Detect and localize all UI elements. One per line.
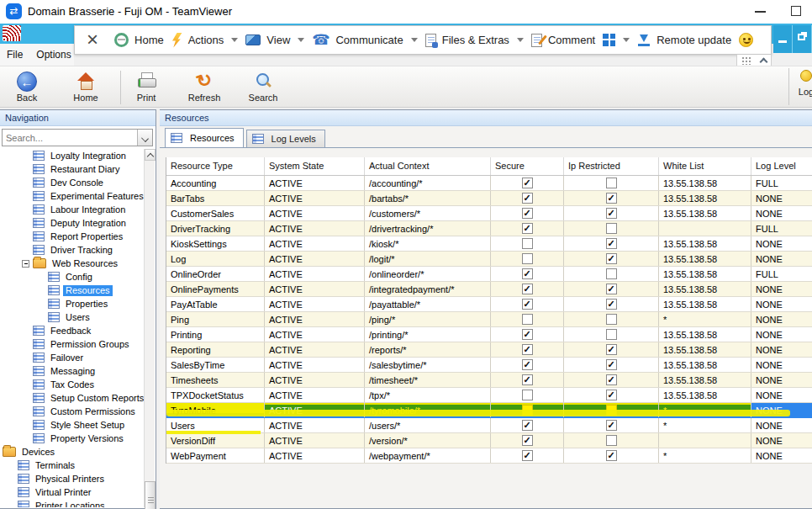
ip-restricted-checkbox[interactable] (606, 314, 617, 325)
tree-scrollbar[interactable] (144, 149, 155, 507)
table-row[interactable]: Reporting ACTIVE /reports/* 13.55.138.58… (166, 342, 812, 358)
secure-checkbox[interactable] (522, 450, 533, 461)
secure-checkbox[interactable] (522, 314, 533, 325)
secure-checkbox[interactable] (522, 359, 533, 370)
tree-item[interactable]: Feedback (1, 324, 145, 337)
table-row[interactable]: Printing ACTIVE /printing/* 13.55.138.58… (166, 327, 812, 342)
table-row[interactable]: CustomerSales ACTIVE /customers/* 13.55.… (166, 206, 812, 221)
secure-checkbox[interactable] (522, 344, 533, 355)
refresh-button[interactable]: ↻ Refresh (182, 70, 226, 105)
table-row[interactable]: Log ACTIVE /logit/* 13.55.138.58 NONE (166, 252, 812, 267)
menu-options[interactable]: Options (36, 49, 71, 61)
secure-checkbox[interactable] (522, 238, 533, 249)
column-header-white-list[interactable]: White List (659, 157, 751, 175)
tv-remote-update-button[interactable]: Remote update (637, 34, 731, 47)
feedback-smiley-icon[interactable] (739, 33, 753, 47)
table-row[interactable]: Ping ACTIVE /ping/* * NONE (166, 312, 812, 327)
secure-checkbox[interactable] (522, 420, 533, 431)
ip-restricted-checkbox[interactable] (606, 420, 617, 431)
tv-actions-button[interactable]: Actions (171, 33, 239, 48)
scroll-up-button[interactable] (145, 149, 156, 161)
ip-restricted-checkbox[interactable] (606, 329, 617, 340)
tree-item[interactable]: Style Sheet Setup (1, 418, 145, 432)
tree-item[interactable]: Setup Custom Reports (1, 391, 145, 405)
tree-item[interactable]: Experimental Features (1, 189, 145, 203)
search-dropdown-button[interactable] (137, 130, 152, 146)
tv-restore-button[interactable] (793, 25, 812, 53)
ip-restricted-checkbox[interactable] (606, 284, 617, 294)
table-row[interactable]: DriverTracking ACTIVE /drivertracking/* … (166, 221, 812, 236)
tree-item[interactable]: Properties (1, 297, 145, 310)
ip-restricted-checkbox[interactable] (606, 223, 617, 234)
search-button[interactable]: Search (241, 70, 285, 105)
secure-checkbox[interactable] (522, 223, 533, 234)
tree-item[interactable]: Loyalty Integration (1, 149, 145, 162)
ip-restricted-checkbox[interactable] (606, 193, 617, 204)
column-header-resource-type[interactable]: Resource Type (166, 157, 265, 175)
secure-checkbox[interactable] (522, 284, 533, 294)
window-maximize-button[interactable] (791, 6, 801, 16)
tree-item[interactable]: Dev Console (1, 176, 145, 189)
tree-item[interactable]: Failover (1, 351, 145, 364)
tree-item[interactable]: Resources (1, 284, 145, 297)
ip-restricted-checkbox[interactable] (606, 299, 617, 310)
table-row[interactable]: KioskSettings ACTIVE /kiosk/* 13.55.138.… (166, 236, 812, 252)
ip-restricted-checkbox[interactable] (606, 208, 617, 219)
table-row[interactable]: OnlinePayments ACTIVE /integratedpayment… (166, 282, 812, 297)
tab-log-levels[interactable]: Log Levels (246, 130, 325, 147)
tv-comment-button[interactable]: Comment (531, 34, 595, 47)
search-input[interactable] (3, 130, 137, 146)
table-row[interactable]: Timesheets ACTIVE /timesheet/* 13.55.138… (166, 373, 812, 388)
ip-restricted-checkbox[interactable] (606, 178, 617, 188)
tree-item[interactable]: Messaging (1, 364, 145, 378)
ip-restricted-checkbox[interactable] (606, 450, 617, 461)
tv-home-button[interactable]: Home (114, 33, 164, 47)
menu-file[interactable]: File (7, 49, 23, 61)
ip-restricted-checkbox[interactable] (606, 253, 617, 264)
tree-item[interactable]: Virtual Printer (1, 485, 145, 499)
table-row[interactable]: SalesByTime ACTIVE /salesbytime/* 13.55.… (166, 358, 812, 373)
secure-checkbox[interactable] (522, 178, 533, 188)
ip-restricted-checkbox[interactable] (606, 359, 617, 370)
secure-checkbox[interactable] (522, 299, 533, 310)
log-button[interactable]: Log (794, 70, 812, 103)
collapse-minus-icon[interactable] (22, 260, 29, 268)
tree-item[interactable]: Labour Integration (1, 203, 145, 216)
tree-item[interactable]: Printer Locations (1, 499, 145, 507)
column-header-actual-context[interactable]: Actual Context (365, 157, 491, 175)
secure-checkbox[interactable] (522, 268, 533, 279)
tv-minimize-button[interactable] (773, 25, 793, 53)
tab-resources[interactable]: Resources (165, 128, 244, 147)
tree-item[interactable]: Driver Tracking (1, 243, 145, 257)
table-row[interactable]: TPXDocketStatus ACTIVE /tpx/* 13.55.138.… (166, 388, 812, 403)
column-header-secure[interactable]: Secure (491, 157, 564, 175)
tree-item[interactable]: Config (1, 270, 145, 284)
secure-checkbox[interactable] (522, 390, 533, 400)
tv-communicate-button[interactable]: ☎ Communicate (312, 33, 417, 47)
window-minimize-button[interactable] (755, 11, 766, 13)
table-row[interactable]: VersionDiff ACTIVE /version/* NONE (166, 433, 812, 448)
ip-restricted-checkbox[interactable] (606, 344, 617, 355)
tree-item[interactable]: Users (1, 310, 145, 324)
tree-item[interactable]: Terminals (1, 459, 145, 472)
ip-restricted-checkbox[interactable] (606, 268, 617, 279)
ip-restricted-checkbox[interactable] (606, 238, 617, 249)
table-row[interactable]: BarTabs ACTIVE /bartabs/* 13.55.138.58 N… (166, 191, 812, 206)
tv-windows-button[interactable] (603, 34, 630, 46)
secure-checkbox[interactable] (522, 193, 533, 204)
column-header-system-state[interactable]: System State (265, 157, 365, 175)
tree-item[interactable]: Deputy Integration (1, 216, 145, 230)
back-button[interactable]: ← Back (5, 70, 49, 105)
tree-item[interactable]: Devices (1, 445, 145, 459)
scrollbar-thumb[interactable] (145, 481, 156, 509)
home-button[interactable]: Home (64, 70, 108, 105)
ip-restricted-checkbox[interactable] (606, 390, 617, 400)
column-header-log-level[interactable]: Log Level (751, 157, 812, 175)
column-header-ip-restricted[interactable]: Ip Restricted (564, 157, 659, 175)
tree-item[interactable]: Report Properties (1, 230, 145, 243)
close-session-icon[interactable]: × (87, 30, 98, 49)
secure-checkbox[interactable] (522, 208, 533, 219)
secure-checkbox[interactable] (522, 329, 533, 340)
ip-restricted-checkbox[interactable] (606, 374, 617, 385)
table-row[interactable]: Accounting ACTIVE /accounting/* 13.55.13… (166, 176, 812, 191)
